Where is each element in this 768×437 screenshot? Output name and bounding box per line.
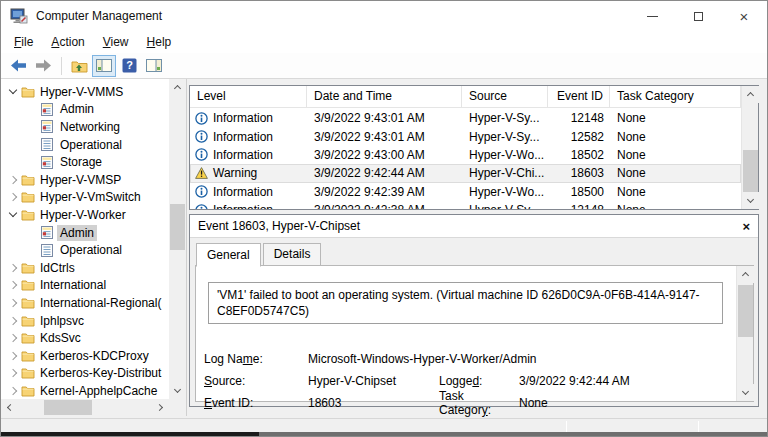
tree-item[interactable]: Kernel-ApphelpCache xyxy=(1,382,169,399)
tree-item[interactable]: Admin xyxy=(1,224,169,242)
minimize-button[interactable] xyxy=(629,1,675,31)
info-icon xyxy=(195,148,208,161)
tree-item[interactable]: Iphlpsvc xyxy=(1,312,169,330)
chevron-right-icon[interactable] xyxy=(7,350,21,362)
scroll-thumb[interactable] xyxy=(743,150,758,192)
column-header[interactable]: Level xyxy=(190,86,307,107)
maximize-button[interactable] xyxy=(675,1,721,31)
back-button[interactable] xyxy=(6,55,30,77)
datetime-cell: 3/9/2022 9:42:38 AM xyxy=(307,203,462,209)
chevron-right-icon[interactable] xyxy=(7,279,21,291)
spacer xyxy=(759,79,767,416)
log-plain-icon xyxy=(41,244,57,257)
menu-help[interactable]: Help xyxy=(138,33,181,51)
chevron-right-icon[interactable] xyxy=(7,262,21,274)
level-text: Information xyxy=(213,130,273,144)
list-vertical-scrollbar[interactable] xyxy=(741,86,758,209)
tree-item[interactable]: Storage xyxy=(1,153,169,171)
column-header[interactable]: Event ID xyxy=(548,86,610,107)
chevron-right-icon[interactable] xyxy=(7,367,21,379)
source-cell: Hyper-V-Wo... xyxy=(462,185,548,199)
tree-item[interactable]: International xyxy=(1,277,169,295)
folder-icon xyxy=(21,174,37,186)
scroll-thumb[interactable] xyxy=(44,400,92,415)
event-row[interactable]: Information3/9/2022 9:43:00 AMHyper-V-Wo… xyxy=(190,146,741,164)
detail-content: 'VM1' failed to boot an operating system… xyxy=(195,265,754,402)
tree-item[interactable]: Operational xyxy=(1,241,169,259)
tree-item[interactable]: Operational xyxy=(1,136,169,154)
column-header[interactable]: Date and Time xyxy=(307,86,462,107)
tree-item-label: Admin xyxy=(57,101,97,117)
scroll-up-icon[interactable] xyxy=(742,86,759,103)
menu-action[interactable]: Action xyxy=(42,33,93,51)
scroll-thumb[interactable] xyxy=(738,285,753,337)
event-row[interactable]: Information3/9/2022 9:42:38 AMHyper-V-Sy… xyxy=(190,201,741,209)
folder-icon xyxy=(21,191,37,203)
event-message[interactable]: 'VM1' failed to boot an operating system… xyxy=(208,282,723,324)
chevron-right-icon[interactable] xyxy=(7,385,21,397)
event-row[interactable]: Information3/9/2022 9:43:01 AMHyper-V-Sy… xyxy=(190,109,741,127)
tab-general[interactable]: General xyxy=(196,243,261,267)
chevron-right-icon[interactable] xyxy=(7,191,21,203)
menu-view[interactable]: View xyxy=(94,33,138,51)
tree-vertical-scrollbar[interactable] xyxy=(169,79,186,399)
close-detail-icon[interactable]: × xyxy=(742,219,750,234)
event-id-cell: 12148 xyxy=(548,111,610,125)
tree-item[interactable]: Hyper-V-Worker xyxy=(1,206,169,224)
scroll-left-icon[interactable] xyxy=(1,399,18,416)
level-text: Warning xyxy=(213,166,257,180)
event-row[interactable]: Information3/9/2022 9:43:01 AMHyper-V-Sy… xyxy=(190,127,741,145)
scroll-up-icon[interactable] xyxy=(169,79,186,96)
folder-icon xyxy=(21,279,37,291)
tree-item[interactable]: Kerberos-Key-Distribut xyxy=(1,365,169,383)
up-one-level-button[interactable] xyxy=(67,55,91,77)
event-list-body: Information3/9/2022 9:43:01 AMHyper-V-Sy… xyxy=(190,109,741,209)
sidebar-tree: Hyper-V-VMMSAdminNetworkingOperationalSt… xyxy=(1,79,169,399)
chevron-right-icon[interactable] xyxy=(7,174,21,186)
detail-vertical-scrollbar[interactable] xyxy=(736,266,753,401)
tree-item[interactable]: Hyper-V-VmSwitch xyxy=(1,189,169,207)
scroll-thumb[interactable] xyxy=(170,204,185,250)
scroll-up-icon[interactable] xyxy=(737,266,754,283)
datetime-cell: 3/9/2022 9:43:01 AM xyxy=(307,111,462,125)
menu-file[interactable]: File xyxy=(5,33,42,51)
tree-horizontal-scrollbar[interactable] xyxy=(1,399,169,416)
tree-item-label: Operational xyxy=(57,137,125,153)
scroll-down-icon[interactable] xyxy=(742,192,759,209)
tree-item-label: Hyper-V-Worker xyxy=(37,207,129,223)
tree-item-label: Hyper-V-VMSP xyxy=(37,172,124,188)
tree-item[interactable]: KdsSvc xyxy=(1,329,169,347)
tree-item[interactable]: Admin xyxy=(1,101,169,119)
tree-item[interactable]: Hyper-V-VMSP xyxy=(1,171,169,189)
forward-button[interactable] xyxy=(31,55,55,77)
tab-details[interactable]: Details xyxy=(263,243,322,266)
tree-item[interactable]: IdCtrls xyxy=(1,259,169,277)
tree-item[interactable]: Hyper-V-VMMS xyxy=(1,83,169,101)
chevron-right-icon[interactable] xyxy=(7,315,21,327)
scroll-right-icon[interactable] xyxy=(152,399,169,416)
event-row[interactable]: Information3/9/2022 9:42:39 AMHyper-V-Wo… xyxy=(190,183,741,201)
close-button[interactable]: × xyxy=(721,1,767,31)
warning-icon xyxy=(195,167,208,180)
column-header[interactable]: Task Category xyxy=(610,86,741,107)
column-header[interactable]: Source xyxy=(462,86,548,107)
chevron-down-icon[interactable] xyxy=(7,209,21,221)
show-console-tree-button[interactable] xyxy=(92,55,116,77)
event-id-value: 18603 xyxy=(308,396,439,410)
info-icon xyxy=(195,130,208,143)
title-bar[interactable]: Computer Management × xyxy=(1,1,767,31)
scroll-down-icon[interactable] xyxy=(737,384,754,401)
event-row[interactable]: Warning3/9/2022 9:42:44 AMHyper-V-Chi...… xyxy=(190,164,741,182)
tree-item[interactable]: Networking xyxy=(1,118,169,136)
svg-text:?: ? xyxy=(126,59,133,71)
show-action-pane-button[interactable] xyxy=(142,55,166,77)
tree-item[interactable]: Kerberos-KDCProxy xyxy=(1,347,169,365)
help-button[interactable]: ? xyxy=(117,55,141,77)
task-category-cell: None xyxy=(610,148,741,162)
chevron-right-icon[interactable] xyxy=(7,332,21,344)
tree-item[interactable]: International-Regional( xyxy=(1,294,169,312)
chevron-right-icon[interactable] xyxy=(7,297,21,309)
source-cell: Hyper-V-Wo... xyxy=(462,148,548,162)
chevron-down-icon[interactable] xyxy=(7,86,21,98)
scroll-down-icon[interactable] xyxy=(169,382,186,399)
